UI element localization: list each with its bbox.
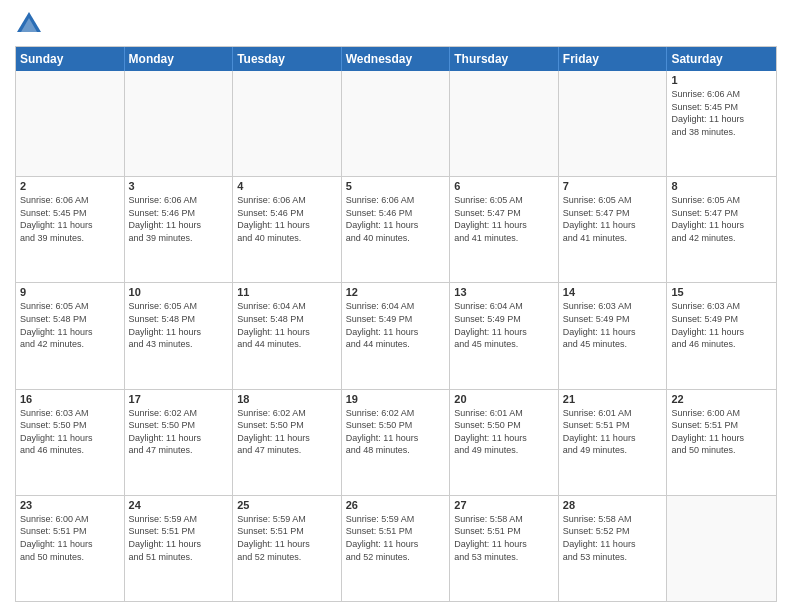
week-row-3: 9Sunrise: 6:05 AM Sunset: 5:48 PM Daylig…: [16, 283, 776, 389]
day-info: Sunrise: 6:02 AM Sunset: 5:50 PM Dayligh…: [237, 407, 337, 457]
day-info: Sunrise: 6:00 AM Sunset: 5:51 PM Dayligh…: [20, 513, 120, 563]
day-number: 3: [129, 180, 229, 192]
day-info: Sunrise: 6:06 AM Sunset: 5:45 PM Dayligh…: [671, 88, 772, 138]
day-cell-25: 25Sunrise: 5:59 AM Sunset: 5:51 PM Dayli…: [233, 496, 342, 601]
day-info: Sunrise: 6:04 AM Sunset: 5:49 PM Dayligh…: [454, 300, 554, 350]
calendar: SundayMondayTuesdayWednesdayThursdayFrid…: [15, 46, 777, 602]
day-info: Sunrise: 6:06 AM Sunset: 5:45 PM Dayligh…: [20, 194, 120, 244]
day-cell-13: 13Sunrise: 6:04 AM Sunset: 5:49 PM Dayli…: [450, 283, 559, 388]
day-cell-21: 21Sunrise: 6:01 AM Sunset: 5:51 PM Dayli…: [559, 390, 668, 495]
day-number: 27: [454, 499, 554, 511]
day-cell-8: 8Sunrise: 6:05 AM Sunset: 5:47 PM Daylig…: [667, 177, 776, 282]
day-number: 17: [129, 393, 229, 405]
day-cell-12: 12Sunrise: 6:04 AM Sunset: 5:49 PM Dayli…: [342, 283, 451, 388]
day-number: 21: [563, 393, 663, 405]
empty-cell: [450, 71, 559, 176]
day-number: 19: [346, 393, 446, 405]
day-cell-2: 2Sunrise: 6:06 AM Sunset: 5:45 PM Daylig…: [16, 177, 125, 282]
day-info: Sunrise: 6:06 AM Sunset: 5:46 PM Dayligh…: [129, 194, 229, 244]
day-number: 23: [20, 499, 120, 511]
day-info: Sunrise: 6:05 AM Sunset: 5:48 PM Dayligh…: [20, 300, 120, 350]
day-cell-7: 7Sunrise: 6:05 AM Sunset: 5:47 PM Daylig…: [559, 177, 668, 282]
day-cell-18: 18Sunrise: 6:02 AM Sunset: 5:50 PM Dayli…: [233, 390, 342, 495]
calendar-body: 1Sunrise: 6:06 AM Sunset: 5:45 PM Daylig…: [16, 71, 776, 601]
day-info: Sunrise: 5:59 AM Sunset: 5:51 PM Dayligh…: [346, 513, 446, 563]
day-cell-27: 27Sunrise: 5:58 AM Sunset: 5:51 PM Dayli…: [450, 496, 559, 601]
day-info: Sunrise: 6:01 AM Sunset: 5:51 PM Dayligh…: [563, 407, 663, 457]
header-day-monday: Monday: [125, 47, 234, 71]
header: [15, 10, 777, 38]
calendar-header: SundayMondayTuesdayWednesdayThursdayFrid…: [16, 47, 776, 71]
day-info: Sunrise: 6:03 AM Sunset: 5:49 PM Dayligh…: [671, 300, 772, 350]
day-cell-23: 23Sunrise: 6:00 AM Sunset: 5:51 PM Dayli…: [16, 496, 125, 601]
day-number: 6: [454, 180, 554, 192]
empty-cell: [16, 71, 125, 176]
logo-icon: [15, 10, 43, 38]
day-number: 9: [20, 286, 120, 298]
day-number: 18: [237, 393, 337, 405]
day-info: Sunrise: 6:05 AM Sunset: 5:48 PM Dayligh…: [129, 300, 229, 350]
day-number: 7: [563, 180, 663, 192]
day-cell-15: 15Sunrise: 6:03 AM Sunset: 5:49 PM Dayli…: [667, 283, 776, 388]
day-cell-22: 22Sunrise: 6:00 AM Sunset: 5:51 PM Dayli…: [667, 390, 776, 495]
day-cell-24: 24Sunrise: 5:59 AM Sunset: 5:51 PM Dayli…: [125, 496, 234, 601]
header-day-sunday: Sunday: [16, 47, 125, 71]
day-cell-16: 16Sunrise: 6:03 AM Sunset: 5:50 PM Dayli…: [16, 390, 125, 495]
calendar-page: SundayMondayTuesdayWednesdayThursdayFrid…: [0, 0, 792, 612]
day-info: Sunrise: 6:04 AM Sunset: 5:49 PM Dayligh…: [346, 300, 446, 350]
day-cell-1: 1Sunrise: 6:06 AM Sunset: 5:45 PM Daylig…: [667, 71, 776, 176]
day-cell-11: 11Sunrise: 6:04 AM Sunset: 5:48 PM Dayli…: [233, 283, 342, 388]
day-info: Sunrise: 6:04 AM Sunset: 5:48 PM Dayligh…: [237, 300, 337, 350]
day-cell-6: 6Sunrise: 6:05 AM Sunset: 5:47 PM Daylig…: [450, 177, 559, 282]
day-number: 15: [671, 286, 772, 298]
day-info: Sunrise: 5:58 AM Sunset: 5:52 PM Dayligh…: [563, 513, 663, 563]
header-day-saturday: Saturday: [667, 47, 776, 71]
day-cell-17: 17Sunrise: 6:02 AM Sunset: 5:50 PM Dayli…: [125, 390, 234, 495]
day-cell-19: 19Sunrise: 6:02 AM Sunset: 5:50 PM Dayli…: [342, 390, 451, 495]
day-info: Sunrise: 5:59 AM Sunset: 5:51 PM Dayligh…: [237, 513, 337, 563]
day-number: 12: [346, 286, 446, 298]
day-info: Sunrise: 6:06 AM Sunset: 5:46 PM Dayligh…: [346, 194, 446, 244]
week-row-1: 1Sunrise: 6:06 AM Sunset: 5:45 PM Daylig…: [16, 71, 776, 177]
day-number: 14: [563, 286, 663, 298]
day-info: Sunrise: 5:59 AM Sunset: 5:51 PM Dayligh…: [129, 513, 229, 563]
day-number: 16: [20, 393, 120, 405]
day-number: 1: [671, 74, 772, 86]
day-number: 2: [20, 180, 120, 192]
header-day-wednesday: Wednesday: [342, 47, 451, 71]
day-number: 28: [563, 499, 663, 511]
empty-cell: [342, 71, 451, 176]
empty-cell: [125, 71, 234, 176]
week-row-5: 23Sunrise: 6:00 AM Sunset: 5:51 PM Dayli…: [16, 496, 776, 601]
day-info: Sunrise: 6:06 AM Sunset: 5:46 PM Dayligh…: [237, 194, 337, 244]
day-number: 20: [454, 393, 554, 405]
day-info: Sunrise: 6:05 AM Sunset: 5:47 PM Dayligh…: [563, 194, 663, 244]
day-info: Sunrise: 6:02 AM Sunset: 5:50 PM Dayligh…: [346, 407, 446, 457]
day-number: 13: [454, 286, 554, 298]
day-info: Sunrise: 6:01 AM Sunset: 5:50 PM Dayligh…: [454, 407, 554, 457]
week-row-4: 16Sunrise: 6:03 AM Sunset: 5:50 PM Dayli…: [16, 390, 776, 496]
empty-cell: [233, 71, 342, 176]
day-number: 25: [237, 499, 337, 511]
day-number: 11: [237, 286, 337, 298]
day-cell-4: 4Sunrise: 6:06 AM Sunset: 5:46 PM Daylig…: [233, 177, 342, 282]
day-number: 8: [671, 180, 772, 192]
day-info: Sunrise: 6:03 AM Sunset: 5:49 PM Dayligh…: [563, 300, 663, 350]
day-cell-5: 5Sunrise: 6:06 AM Sunset: 5:46 PM Daylig…: [342, 177, 451, 282]
header-day-friday: Friday: [559, 47, 668, 71]
day-cell-14: 14Sunrise: 6:03 AM Sunset: 5:49 PM Dayli…: [559, 283, 668, 388]
empty-cell: [559, 71, 668, 176]
day-cell-28: 28Sunrise: 5:58 AM Sunset: 5:52 PM Dayli…: [559, 496, 668, 601]
day-number: 10: [129, 286, 229, 298]
day-info: Sunrise: 6:00 AM Sunset: 5:51 PM Dayligh…: [671, 407, 772, 457]
day-cell-26: 26Sunrise: 5:59 AM Sunset: 5:51 PM Dayli…: [342, 496, 451, 601]
logo: [15, 10, 47, 38]
day-info: Sunrise: 6:03 AM Sunset: 5:50 PM Dayligh…: [20, 407, 120, 457]
day-cell-3: 3Sunrise: 6:06 AM Sunset: 5:46 PM Daylig…: [125, 177, 234, 282]
day-cell-20: 20Sunrise: 6:01 AM Sunset: 5:50 PM Dayli…: [450, 390, 559, 495]
header-day-thursday: Thursday: [450, 47, 559, 71]
header-day-tuesday: Tuesday: [233, 47, 342, 71]
week-row-2: 2Sunrise: 6:06 AM Sunset: 5:45 PM Daylig…: [16, 177, 776, 283]
day-number: 26: [346, 499, 446, 511]
day-number: 5: [346, 180, 446, 192]
